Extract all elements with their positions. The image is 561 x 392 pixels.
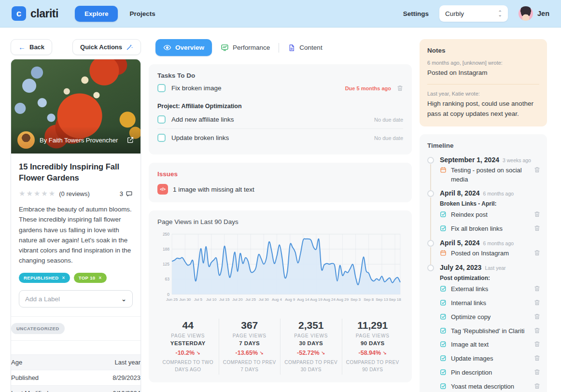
workspace-select[interactable]: Curbly ⌃⌄ <box>439 5 508 22</box>
svg-text:Aug 9: Aug 9 <box>285 297 295 302</box>
timeline-item: Pin description <box>440 366 540 380</box>
timeline-item: Image alt text <box>440 338 540 352</box>
svg-text:Jul 25: Jul 25 <box>245 297 256 302</box>
trash-icon[interactable] <box>534 250 540 256</box>
check-icon <box>440 225 447 232</box>
trash-icon[interactable] <box>534 285 540 292</box>
post-label-badge[interactable]: REPUBLISHED× <box>19 273 70 283</box>
trash-icon[interactable] <box>534 313 540 320</box>
star-rating[interactable]: ★★★★★ <box>19 189 56 198</box>
check-icon <box>440 327 447 334</box>
task-checkbox[interactable] <box>157 134 166 142</box>
post-meta-table: AgeLast yearPublished8/29/2023Last Modif… <box>11 354 141 392</box>
timeline-entry: April 8, 20246 months agoBroken Links - … <box>427 189 540 239</box>
timeline-item-label: Testing - posted on social media <box>451 166 530 184</box>
timeline-dot-icon <box>427 190 434 197</box>
trash-icon[interactable] <box>534 341 540 347</box>
stat-value: 44 <box>159 320 217 331</box>
timeline-item-label: Pin description <box>451 368 530 378</box>
badge-text: REPUBLISHED <box>24 275 59 280</box>
calendar-icon <box>440 250 447 256</box>
chart-title: Page Views in Last 90 Days <box>157 218 403 225</box>
select-updown-icon: ⌃⌄ <box>498 11 502 16</box>
svg-text:Jul 10: Jul 10 <box>206 297 217 302</box>
meta-row: Published8/29/2023 <box>11 370 141 385</box>
user-name: Jen <box>537 10 549 17</box>
timeline-panel: Timeline September 1, 20243 weeks agoTes… <box>420 134 547 392</box>
pageviews-stat: 11,291PAGE VIEWS90 DAYS-58.94% ↘COMPARED… <box>342 319 404 375</box>
check-icon <box>440 211 447 218</box>
trash-icon[interactable] <box>534 211 540 217</box>
badge-remove-icon[interactable]: × <box>99 275 102 280</box>
timeline-item-label: Internal links <box>451 299 530 308</box>
task-checkbox[interactable] <box>157 84 166 92</box>
issue-label: 1 image with missing alt text <box>173 186 254 193</box>
star-icon: ★ <box>41 189 47 197</box>
task-label: Add new affiliate links <box>171 116 368 123</box>
magic-wand-icon <box>126 43 133 51</box>
timeline-item-label: Update images <box>451 354 530 364</box>
clariti-logo-text: clariti <box>30 7 58 20</box>
post-label-badge[interactable]: TOP 10× <box>74 273 107 283</box>
task-row: Fix broken imageDue 5 months ago <box>157 79 403 97</box>
user-avatar <box>519 6 533 21</box>
workspace-select-value: Curbly <box>445 10 464 17</box>
task-row: Add new affiliate linksNo due date <box>157 111 403 128</box>
post-title: 15 Incredibly Inspiring Fall Flower Gard… <box>19 161 133 183</box>
nav-explore-button[interactable]: Explore <box>75 6 118 22</box>
svg-text:Aug 14: Aug 14 <box>297 297 309 302</box>
svg-text:Sep 8: Sep 8 <box>364 297 374 302</box>
pageviews-chart: 063125188250Jun 25Jun 30Jul 5Jul 10Jul 1… <box>157 230 403 312</box>
trash-icon[interactable] <box>534 299 540 306</box>
pageviews-stat: 367PAGE VIEWS7 DAYS-13.65% ↘COMPARED TO … <box>219 319 280 375</box>
stat-change: -13.65% ↘ <box>221 350 279 356</box>
external-link-icon[interactable] <box>126 136 134 144</box>
svg-text:Aug 4: Aug 4 <box>272 297 282 302</box>
stat-value: 11,291 <box>344 320 402 331</box>
stat-period: YESTERDAY <box>159 340 217 346</box>
task-due-date: No due date <box>374 135 403 141</box>
meta-label: Published <box>11 374 39 381</box>
tab-performance[interactable]: Performance <box>221 43 270 52</box>
tab-divider <box>279 43 279 53</box>
chevron-down-icon: ⌄ <box>121 295 126 303</box>
badge-remove-icon[interactable]: × <box>62 275 65 280</box>
add-label-select[interactable]: Add a Label ⌄ <box>19 290 133 308</box>
comment-bubble-icon <box>126 190 133 197</box>
trash-icon[interactable] <box>534 167 540 173</box>
notes-title: Notes <box>427 47 539 54</box>
check-icon <box>440 369 447 376</box>
task-checkbox[interactable] <box>157 115 166 124</box>
nav-projects-button[interactable]: Projects <box>122 6 163 22</box>
quick-actions-button[interactable]: Quick Actions <box>72 39 141 55</box>
trash-icon[interactable] <box>534 369 540 375</box>
trash-icon[interactable] <box>534 225 540 231</box>
tasks-panel: Tasks To Do Fix broken imageDue 5 months… <box>149 64 412 154</box>
stat-change: -52.72% ↘ <box>282 350 340 356</box>
stat-compare: COMPARED TO PREV 7 DAYS <box>221 359 278 374</box>
timeline-dot-icon <box>427 157 434 164</box>
tab-content[interactable]: Content <box>288 44 322 52</box>
check-icon <box>440 355 447 362</box>
post-label-badges: REPUBLISHED×TOP 10× <box>19 273 133 283</box>
user-chip[interactable]: Jen <box>519 6 549 21</box>
note-meta: 6 months ago, [unknown] wrote: <box>427 60 539 66</box>
note-text: High ranking post, could use another pas… <box>427 99 539 119</box>
comment-count[interactable]: 3 <box>120 190 133 197</box>
trash-icon[interactable] <box>534 383 540 389</box>
timeline-subtitle: Post optimization: <box>440 275 540 281</box>
author-avatar <box>17 131 35 149</box>
note-meta: Last year, Katie wrote: <box>427 91 539 97</box>
stat-period: 90 DAYS <box>344 340 402 346</box>
tab-overview[interactable]: Overview <box>155 39 212 56</box>
clariti-logo[interactable]: c clariti <box>12 6 58 21</box>
eye-icon <box>163 43 171 52</box>
settings-link[interactable]: Settings <box>403 10 429 17</box>
svg-text:Jun 30: Jun 30 <box>179 297 191 302</box>
trash-icon[interactable] <box>397 85 403 91</box>
back-button[interactable]: ← Back <box>11 39 52 55</box>
check-icon <box>440 383 447 390</box>
trash-icon[interactable] <box>534 327 540 334</box>
timeline-item: External links <box>440 282 540 296</box>
trash-icon[interactable] <box>534 355 540 361</box>
